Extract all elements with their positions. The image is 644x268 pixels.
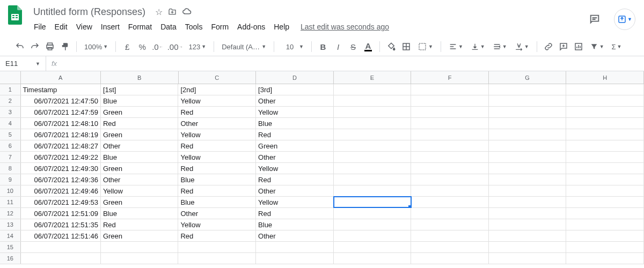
cell-H12[interactable] — [566, 208, 644, 219]
cell-A9[interactable]: 06/07/2021 12:49:36 — [21, 174, 101, 185]
cell-E1[interactable] — [334, 84, 412, 95]
formula-input[interactable] — [62, 56, 644, 71]
cell-D13[interactable]: Blue — [256, 219, 334, 230]
cell-G16[interactable] — [489, 253, 567, 264]
cell-A3[interactable]: 06/07/2021 12:47:59 — [21, 107, 101, 117]
functions-button[interactable]: Σ▼ — [609, 40, 625, 54]
menu-data[interactable]: Data — [157, 20, 180, 33]
row-header-16[interactable]: 16 — [0, 253, 21, 264]
strikethrough-button[interactable]: S — [346, 40, 360, 54]
cell-B4[interactable]: Red — [101, 118, 179, 129]
cell-G13[interactable] — [489, 219, 567, 230]
cell-E11[interactable] — [334, 197, 412, 207]
col-header-H[interactable]: H — [566, 71, 644, 84]
more-formats-dropdown[interactable]: 123▼ — [186, 40, 210, 54]
sheets-logo-icon[interactable] — [4, 4, 26, 26]
menu-tools[interactable]: Tools — [181, 20, 207, 33]
menu-format[interactable]: Format — [125, 20, 156, 33]
cell-D15[interactable] — [256, 242, 334, 252]
cell-B8[interactable]: Green — [101, 163, 179, 174]
cell-G1[interactable] — [489, 84, 567, 95]
cell-C10[interactable]: Red — [178, 185, 256, 196]
cloud-status-icon[interactable] — [182, 7, 192, 17]
cell-C8[interactable]: Red — [178, 163, 256, 174]
cell-C2[interactable]: Yellow — [178, 95, 256, 106]
cell-H7[interactable] — [566, 152, 644, 162]
cell-H11[interactable] — [566, 197, 644, 207]
cell-B15[interactable] — [101, 242, 179, 252]
move-icon[interactable] — [168, 8, 177, 16]
menu-edit[interactable]: Edit — [51, 20, 71, 33]
spreadsheet-grid[interactable]: ABCDEFGH1Timestamp[1st][2nd][3rd]206/07/… — [0, 71, 644, 264]
menu-add-ons[interactable]: Add-ons — [233, 20, 269, 33]
row-header-7[interactable]: 7 — [0, 152, 21, 162]
cell-F2[interactable] — [411, 95, 489, 106]
cell-F12[interactable] — [411, 208, 489, 219]
share-button[interactable]: ▼ — [614, 9, 635, 30]
cell-E13[interactable] — [334, 219, 412, 230]
insert-chart-button[interactable] — [572, 40, 586, 54]
cell-E16[interactable] — [334, 253, 412, 264]
cell-B16[interactable] — [101, 253, 179, 264]
row-header-12[interactable]: 12 — [0, 208, 21, 219]
cell-F15[interactable] — [411, 242, 489, 252]
cell-G12[interactable] — [489, 208, 567, 219]
cell-D9[interactable]: Red — [256, 174, 334, 185]
vertical-align-button[interactable]: ▼ — [467, 40, 488, 54]
cell-B9[interactable]: Other — [101, 174, 179, 185]
zoom-dropdown[interactable]: 100%▼ — [81, 40, 111, 54]
cell-E10[interactable] — [334, 185, 412, 196]
cell-D1[interactable]: [3rd] — [256, 84, 334, 95]
row-header-10[interactable]: 10 — [0, 185, 21, 196]
cell-H14[interactable] — [566, 230, 644, 241]
star-icon[interactable]: ☆ — [155, 7, 163, 17]
cell-C7[interactable]: Yellow — [178, 152, 256, 162]
filter-button[interactable]: ▼ — [587, 40, 608, 54]
cell-E7[interactable] — [334, 152, 412, 162]
cell-F4[interactable] — [411, 118, 489, 129]
decrease-decimal-button[interactable]: .0← — [150, 40, 165, 54]
row-header-15[interactable]: 15 — [0, 242, 21, 252]
select-all-corner[interactable] — [0, 71, 21, 84]
cell-B12[interactable]: Blue — [101, 208, 179, 219]
cell-C6[interactable]: Red — [178, 140, 256, 151]
cell-F9[interactable] — [411, 174, 489, 185]
cell-C14[interactable]: Red — [178, 230, 256, 241]
cell-D3[interactable]: Yellow — [256, 107, 334, 117]
cell-G3[interactable] — [489, 107, 567, 117]
cell-H15[interactable] — [566, 242, 644, 252]
col-header-E[interactable]: E — [334, 71, 412, 84]
cell-H5[interactable] — [566, 129, 644, 140]
fill-color-button[interactable] — [384, 40, 398, 54]
cell-H1[interactable] — [566, 84, 644, 95]
cell-G9[interactable] — [489, 174, 567, 185]
cell-A8[interactable]: 06/07/2021 12:49:30 — [21, 163, 101, 174]
cell-B10[interactable]: Yellow — [101, 185, 179, 196]
cell-F16[interactable] — [411, 253, 489, 264]
cell-A7[interactable]: 06/07/2021 12:49:22 — [21, 152, 101, 162]
col-header-B[interactable]: B — [101, 71, 179, 84]
doc-title[interactable]: Untitled form (Responses) — [30, 5, 149, 19]
cell-C4[interactable]: Other — [178, 118, 256, 129]
cell-D8[interactable]: Yellow — [256, 163, 334, 174]
cell-H6[interactable] — [566, 140, 644, 151]
row-header-14[interactable]: 14 — [0, 230, 21, 241]
cell-G15[interactable] — [489, 242, 567, 252]
currency-button[interactable]: £ — [120, 40, 134, 54]
cell-C16[interactable] — [178, 253, 256, 264]
font-dropdown[interactable]: Default (Ari...▼ — [218, 40, 269, 54]
row-header-8[interactable]: 8 — [0, 163, 21, 174]
name-box[interactable]: E11▼ — [0, 56, 46, 71]
cell-G8[interactable] — [489, 163, 567, 174]
cell-D10[interactable]: Other — [256, 185, 334, 196]
cell-H2[interactable] — [566, 95, 644, 106]
row-header-2[interactable]: 2 — [0, 95, 21, 106]
cell-B2[interactable]: Blue — [101, 95, 179, 106]
cell-G6[interactable] — [489, 140, 567, 151]
cell-A12[interactable]: 06/07/2021 12:51:09 — [21, 208, 101, 219]
cell-A13[interactable]: 06/07/2021 12:51:35 — [21, 219, 101, 230]
cell-E2[interactable] — [334, 95, 412, 106]
cell-A2[interactable]: 06/07/2021 12:47:50 — [21, 95, 101, 106]
cell-G7[interactable] — [489, 152, 567, 162]
row-header-4[interactable]: 4 — [0, 118, 21, 129]
